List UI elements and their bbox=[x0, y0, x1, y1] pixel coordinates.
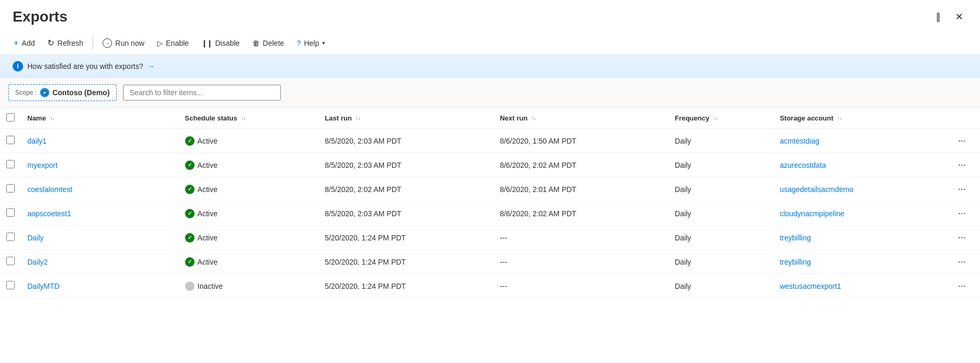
more-actions-button[interactable]: ··· bbox=[955, 134, 969, 147]
more-actions-button[interactable]: ··· bbox=[955, 158, 969, 172]
export-name-link[interactable]: DailyMTD bbox=[27, 282, 59, 290]
runnow-icon: → bbox=[103, 38, 112, 48]
table-row: DailyActive5/20/2020, 1:24 PM PDT---Dail… bbox=[0, 226, 980, 250]
add-button[interactable]: + Add bbox=[8, 35, 40, 51]
row-status: Active bbox=[179, 177, 319, 201]
refresh-icon: ↻ bbox=[47, 38, 54, 48]
select-all-checkbox[interactable] bbox=[6, 113, 15, 122]
add-icon: + bbox=[14, 38, 18, 48]
col-frequency[interactable]: Frequency ↑↓ bbox=[668, 108, 773, 129]
sort-storage-icon: ↑↓ bbox=[838, 116, 842, 121]
col-actions bbox=[948, 108, 980, 129]
row-checkbox-cell bbox=[0, 177, 21, 201]
row-name: coeslalomtest bbox=[21, 177, 179, 201]
scope-icon: ● bbox=[40, 88, 49, 97]
search-input[interactable] bbox=[123, 85, 281, 100]
select-all-header[interactable] bbox=[0, 108, 21, 129]
sort-status-icon: ↑↓ bbox=[241, 116, 246, 121]
active-status-icon bbox=[185, 136, 195, 146]
storage-account-link[interactable]: azurecostdata bbox=[780, 161, 826, 169]
status-label: Active bbox=[198, 209, 218, 218]
status-label: Active bbox=[198, 234, 218, 242]
close-icon: ✕ bbox=[955, 11, 963, 23]
row-frequency: Daily bbox=[668, 153, 773, 177]
status-label: Active bbox=[198, 161, 218, 169]
exports-table-container: Name ↑↓ Schedule status ↑↓ Last run ↑↓ N… bbox=[0, 108, 980, 298]
row-last-run: 5/20/2020, 1:24 PM PDT bbox=[319, 274, 494, 298]
info-banner: i How satisfied are you with exports? → bbox=[0, 55, 980, 78]
row-storage-account: usagedetailsacmdemo bbox=[773, 177, 948, 201]
row-checkbox[interactable] bbox=[6, 136, 15, 144]
export-name-link[interactable]: myexport bbox=[27, 161, 58, 169]
row-storage-account: cloudynacmpipeline bbox=[773, 201, 948, 226]
row-more-actions: ··· bbox=[948, 153, 980, 177]
storage-account-link[interactable]: treybilling bbox=[780, 234, 811, 242]
row-status: Active bbox=[179, 250, 319, 274]
table-row: myexportActive8/5/2020, 2:03 AM PDT8/6/2… bbox=[0, 153, 980, 177]
disable-icon: ❙❙ bbox=[201, 39, 212, 47]
row-next-run: 8/6/2020, 1:50 AM PDT bbox=[494, 129, 669, 153]
refresh-button[interactable]: ↻ Refresh bbox=[42, 35, 88, 51]
help-button[interactable]: ? Help ▾ bbox=[291, 36, 330, 51]
row-checkbox[interactable] bbox=[6, 233, 15, 241]
row-name: aopscoetest1 bbox=[21, 201, 179, 226]
more-actions-button[interactable]: ··· bbox=[955, 255, 969, 268]
banner-arrow[interactable]: → bbox=[147, 62, 155, 70]
row-checkbox[interactable] bbox=[6, 184, 15, 193]
scope-selector[interactable]: Scope : ● Contoso (Demo) bbox=[8, 84, 117, 101]
minimize-icon: ‖ bbox=[936, 11, 941, 23]
storage-account-link[interactable]: treybilling bbox=[780, 258, 811, 266]
row-more-actions: ··· bbox=[948, 129, 980, 153]
row-last-run: 8/5/2020, 2:03 AM PDT bbox=[319, 201, 494, 226]
row-frequency: Daily bbox=[668, 177, 773, 201]
runnow-button[interactable]: → Run now bbox=[97, 35, 149, 51]
row-more-actions: ··· bbox=[948, 250, 980, 274]
sort-nextrun-icon: ↑↓ bbox=[532, 116, 536, 121]
row-next-run: --- bbox=[494, 226, 669, 250]
export-name-link[interactable]: coeslalomtest bbox=[27, 185, 73, 194]
row-name: Daily bbox=[21, 226, 179, 250]
status-label: Inactive bbox=[198, 282, 223, 290]
col-schedule-status[interactable]: Schedule status ↑↓ bbox=[179, 108, 319, 129]
row-checkbox-cell bbox=[0, 201, 21, 226]
row-status: Active bbox=[179, 226, 319, 250]
more-actions-button[interactable]: ··· bbox=[955, 279, 969, 293]
row-storage-account: treybilling bbox=[773, 226, 948, 250]
col-storage-account[interactable]: Storage account ↑↓ bbox=[773, 108, 948, 129]
row-more-actions: ··· bbox=[948, 201, 980, 226]
table-row: DailyMTDInactive5/20/2020, 1:24 PM PDT--… bbox=[0, 274, 980, 298]
toolbar: + Add ↻ Refresh → Run now ▷ Enable ❙❙ Di… bbox=[0, 32, 980, 55]
storage-account-link[interactable]: usagedetailsacmdemo bbox=[780, 185, 853, 194]
storage-account-link[interactable]: cloudynacmpipeline bbox=[780, 209, 844, 218]
more-actions-button[interactable]: ··· bbox=[955, 231, 969, 244]
disable-button[interactable]: ❙❙ Disable bbox=[196, 36, 245, 51]
row-name: DailyMTD bbox=[21, 274, 179, 298]
delete-button[interactable]: 🗑 Delete bbox=[247, 36, 289, 51]
table-row: daily1Active8/5/2020, 2:03 AM PDT8/6/202… bbox=[0, 129, 980, 153]
scope-prefix-label: Scope : bbox=[15, 89, 37, 96]
export-name-link[interactable]: Daily2 bbox=[27, 258, 48, 266]
row-checkbox[interactable] bbox=[6, 208, 15, 217]
table-row: aopscoetest1Active8/5/2020, 2:03 AM PDT8… bbox=[0, 201, 980, 226]
col-next-run[interactable]: Next run ↑↓ bbox=[494, 108, 669, 129]
storage-account-link[interactable]: westusacmexport1 bbox=[780, 282, 841, 290]
status-label: Active bbox=[198, 185, 218, 194]
row-checkbox[interactable] bbox=[6, 281, 15, 289]
close-button[interactable]: ✕ bbox=[951, 9, 967, 25]
col-last-run[interactable]: Last run ↑↓ bbox=[319, 108, 494, 129]
export-name-link[interactable]: aopscoetest1 bbox=[27, 209, 71, 218]
enable-button[interactable]: ▷ Enable bbox=[152, 36, 195, 51]
row-more-actions: ··· bbox=[948, 177, 980, 201]
export-name-link[interactable]: Daily bbox=[27, 234, 44, 242]
row-checkbox[interactable] bbox=[6, 160, 15, 168]
minimize-button[interactable]: ‖ bbox=[932, 9, 945, 25]
row-storage-account: acmtestdiag bbox=[773, 129, 948, 153]
row-next-run: 8/6/2020, 2:02 AM PDT bbox=[494, 153, 669, 177]
more-actions-button[interactable]: ··· bbox=[955, 207, 969, 220]
export-name-link[interactable]: daily1 bbox=[27, 137, 47, 145]
more-actions-button[interactable]: ··· bbox=[955, 183, 969, 196]
row-checkbox-cell bbox=[0, 153, 21, 177]
storage-account-link[interactable]: acmtestdiag bbox=[780, 137, 819, 145]
col-name[interactable]: Name ↑↓ bbox=[21, 108, 179, 129]
row-checkbox[interactable] bbox=[6, 257, 15, 265]
